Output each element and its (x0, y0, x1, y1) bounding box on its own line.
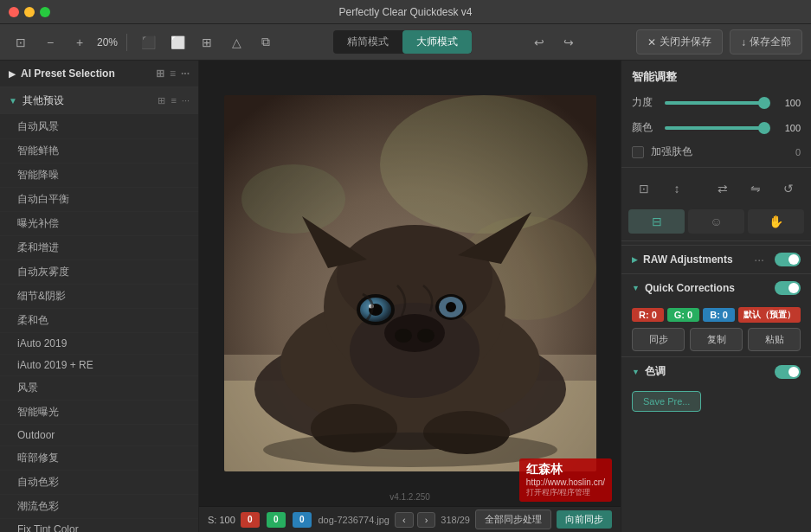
canvas-area[interactable]: S: 100 0 0 0 dog-7236774.jpg ‹ › 318/29 … (199, 61, 621, 532)
prev-button[interactable]: ‹ (395, 512, 414, 528)
app-icon-button[interactable]: ⊡ (9, 30, 33, 54)
strength-label: 力度 (632, 95, 658, 110)
zoom-in-button[interactable]: + (68, 30, 92, 54)
crop-tool-button[interactable]: ⊡ (632, 176, 656, 201)
grid-view-icon[interactable]: ⊞ (156, 67, 164, 80)
svg-point-1 (380, 95, 588, 234)
save-all-icon: ↓ (741, 36, 746, 48)
smart-adjust-title: 智能调整 (621, 61, 811, 90)
save-all-button[interactable]: ↓ 保存全部 (730, 29, 802, 54)
sidebar-item[interactable]: 智能鲜艳 (0, 139, 198, 163)
raw-adjustments-label: RAW Adjustments (643, 253, 749, 266)
sidebar-item[interactable]: 自动灰雾度 (0, 260, 198, 285)
save-preset-button[interactable]: Save Pre... (632, 391, 701, 412)
sidebar-item[interactable]: 风景 (0, 376, 198, 401)
watermark-sub: 打开程序/程序管理 (526, 487, 605, 498)
redo-button[interactable]: ↪ (557, 30, 581, 54)
sidebar-item[interactable]: 自动风景 (0, 115, 198, 139)
mode-master-button[interactable]: 大师模式 (402, 30, 472, 54)
channel-g-badge: 0 (267, 512, 286, 528)
sidebar-item[interactable]: 自动白平衡 (0, 188, 198, 212)
svg-point-22 (446, 302, 456, 312)
mirror-button[interactable]: ⇋ (743, 176, 768, 201)
boost-skin-checkbox[interactable] (632, 146, 644, 158)
sidebar-item[interactable]: Fix Tint Color (0, 519, 198, 532)
preset-badge: 默认（预置） (738, 307, 801, 323)
split-view-button[interactable]: ⇄ (711, 176, 735, 201)
strength-slider-row: 力度 100 (621, 90, 811, 115)
page-info: 318/29 (441, 515, 470, 525)
ai-preset-section-header[interactable]: ▶ AI Preset Selection ⊞ ≡ ··· (0, 61, 198, 87)
tint-b-badge: B: 0 (703, 308, 735, 322)
view-extra-button[interactable]: ⧉ (254, 30, 278, 54)
sync-button[interactable]: 同步 (632, 328, 685, 351)
raw-adjustments-section[interactable]: ▶ RAW Adjustments ··· (621, 245, 811, 273)
traffic-lights (9, 7, 50, 17)
sidebar-item[interactable]: 自动色彩 (0, 471, 198, 495)
color-tone-toggle[interactable] (775, 365, 801, 379)
more-options-icon[interactable]: ··· (181, 67, 190, 80)
other-presets-group-header[interactable]: ▼ 其他预设 ⊞ ≡ ··· (0, 87, 198, 115)
minimize-window-button[interactable] (24, 7, 35, 17)
mode-simple-button[interactable]: 精简模式 (333, 30, 402, 54)
strength-slider[interactable] (665, 101, 769, 105)
undo-button[interactable]: ↩ (527, 30, 551, 54)
sidebar-item[interactable]: 潮流色彩 (0, 495, 198, 519)
quick-corrections-section[interactable]: ▼ Quick Corrections (621, 273, 811, 302)
sidebar-item[interactable]: Outdoor (0, 425, 198, 446)
sidebar-items-container: 自动风景智能鲜艳智能降噪自动白平衡曝光补偿柔和增进自动灰雾度细节&阴影柔和色iA… (0, 115, 198, 532)
copy-button[interactable]: 复制 (690, 328, 743, 351)
batch-process-button[interactable]: 全部同步处理 (475, 510, 551, 529)
tint-g-badge: G: 0 (667, 308, 699, 322)
ai-preset-section-icons: ⊞ ≡ ··· (156, 67, 190, 80)
sidebar-item[interactable]: 暗部修复 (0, 446, 198, 471)
sidebar-item[interactable]: 智能降噪 (0, 163, 198, 188)
rotate-tool-button[interactable]: ↺ (776, 176, 801, 201)
sidebar: ▶ AI Preset Selection ⊞ ≡ ··· ▼ 其他预设 ⊞ ≡… (0, 61, 199, 532)
divider-2 (621, 240, 811, 241)
svg-point-14 (395, 329, 412, 343)
close-window-button[interactable] (9, 7, 19, 17)
other-presets-group-icons: ⊞ ≡ ··· (158, 95, 190, 106)
filter-tab-face[interactable]: ☺ (688, 209, 744, 234)
view-split-button[interactable]: ⬜ (165, 30, 190, 54)
sidebar-item[interactable]: 柔和增进 (0, 236, 198, 260)
quick-corrections-toggle[interactable] (775, 281, 801, 295)
zoom-out-button[interactable]: − (38, 30, 62, 54)
sidebar-item[interactable]: 柔和色 (0, 309, 198, 333)
next-button[interactable]: › (417, 512, 436, 528)
group-grid-icon[interactable]: ⊞ (158, 95, 165, 106)
group-more-icon[interactable]: ··· (182, 95, 190, 106)
other-presets-group-label: 其他预设 (23, 93, 64, 108)
transform-tool-button[interactable]: ↕ (665, 176, 689, 201)
divider-1 (621, 167, 811, 168)
view-single-button[interactable]: ⬛ (136, 30, 160, 54)
close-save-button[interactable]: ✕ 关闭并保存 (636, 29, 723, 54)
version-label: v4.1.2.250 (389, 492, 430, 502)
sidebar-item[interactable]: iAuto 2019 (0, 333, 198, 355)
canvas-image (224, 95, 596, 471)
boost-skin-value: 0 (795, 147, 801, 157)
color-tone-content: Save Pre... (621, 386, 811, 417)
view-compare-button[interactable]: △ (224, 30, 248, 54)
canvas-bottom-bar: S: 100 0 0 0 dog-7236774.jpg ‹ › 318/29 … (199, 506, 621, 532)
raw-adjustments-more-icon[interactable]: ··· (754, 253, 764, 266)
view-grid-button[interactable]: ⊞ (195, 30, 219, 54)
close-save-icon: ✕ (647, 36, 656, 48)
titlebar-title: Perfectly Clear Quickdesk v4 (338, 6, 472, 18)
raw-adjustments-toggle[interactable] (775, 253, 801, 266)
sidebar-item[interactable]: 细节&阴影 (0, 285, 198, 309)
sidebar-item[interactable]: 智能曝光 (0, 401, 198, 425)
group-list-icon[interactable]: ≡ (171, 95, 176, 106)
sidebar-item[interactable]: iAuto 2019 + RE (0, 355, 198, 376)
filter-tab-skin[interactable]: ✋ (748, 209, 804, 234)
color-slider[interactable] (665, 126, 769, 130)
filter-tab-sliders[interactable]: ⊟ (628, 209, 685, 234)
list-view-icon[interactable]: ≡ (170, 67, 176, 80)
forward-sync-button[interactable]: 向前同步 (557, 510, 612, 529)
color-tone-section[interactable]: ▼ 色调 (621, 356, 811, 386)
fullscreen-window-button[interactable] (40, 7, 50, 17)
sidebar-item[interactable]: 曝光补偿 (0, 212, 198, 236)
paste-button[interactable]: 粘贴 (748, 328, 801, 351)
color-tone-arrow-icon: ▼ (632, 368, 640, 376)
